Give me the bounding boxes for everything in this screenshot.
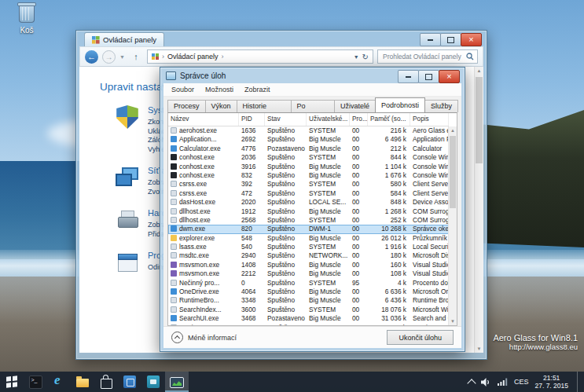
location-icon bbox=[152, 53, 159, 60]
column-header[interactable]: Pro... bbox=[350, 113, 368, 126]
process-row[interactable]: dllhost.exe1912SpuštěnoBig Muscle001 268… bbox=[168, 207, 449, 216]
up-button[interactable]: ↑ bbox=[129, 50, 143, 64]
column-header[interactable]: Název bbox=[168, 113, 239, 126]
scroll-up-icon[interactable]: ▲ bbox=[449, 126, 457, 134]
process-row[interactable]: dllhost.exe2568SpuštěnoSYSTEM00252 kCOM … bbox=[168, 216, 449, 225]
cell-cpu: 00 bbox=[350, 153, 368, 162]
tray-date: 27. 7. 2015 bbox=[534, 382, 568, 390]
menu-item[interactable]: Možnosti bbox=[200, 86, 239, 93]
cp-scrollbar[interactable]: ▲ ▼ bbox=[474, 67, 483, 353]
menu-item[interactable]: Zobrazit bbox=[239, 86, 276, 93]
column-header[interactable]: Popis bbox=[410, 113, 449, 126]
tab[interactable]: Uživatelé bbox=[334, 100, 376, 112]
recycle-bin[interactable]: Koš bbox=[9, 5, 44, 35]
search-box[interactable] bbox=[377, 49, 478, 64]
tab[interactable]: Podrobnosti bbox=[375, 97, 425, 112]
cell-pid: 548 bbox=[239, 234, 265, 243]
network-icon[interactable] bbox=[498, 378, 508, 386]
tab[interactable]: Po spuštění bbox=[291, 100, 335, 112]
process-icon bbox=[171, 181, 177, 187]
cell-user: SYSTEM bbox=[307, 153, 350, 162]
cell-description: Procento doby ne... bbox=[410, 279, 449, 288]
tm-maximize-button[interactable] bbox=[418, 70, 439, 83]
process-row[interactable]: Application...2692SpuštěnoBig Muscle006 … bbox=[168, 135, 449, 144]
process-row[interactable]: Nečinný pro...0SpuštěnoSYSTEM954 kProcen… bbox=[168, 279, 449, 288]
clock[interactable]: 21:51 27. 7. 2015 bbox=[534, 374, 568, 390]
process-row[interactable]: msvsmon.exe1408SpuštěnoBig Muscle00160 k… bbox=[168, 261, 449, 269]
process-row[interactable]: services.exe576SpuštěnoSYSTEM003 136 kSe… bbox=[168, 324, 449, 325]
process-icon bbox=[171, 306, 177, 313]
scroll-up-icon[interactable]: ▲ bbox=[475, 67, 483, 75]
end-task-button[interactable]: Ukončit úlohu bbox=[387, 330, 454, 345]
store-icon[interactable] bbox=[94, 372, 118, 392]
breadcrumb[interactable]: Ovládací panely bbox=[167, 53, 219, 60]
address-dropdown-icon[interactable]: ▼ bbox=[354, 54, 359, 60]
tm-close-button[interactable]: × bbox=[439, 70, 460, 83]
tm-minimize-button[interactable] bbox=[398, 70, 419, 83]
address-bar[interactable]: › Ovládací panely › ▼ ↻ bbox=[147, 49, 373, 64]
start-button[interactable] bbox=[0, 372, 24, 392]
tab[interactable]: Historie aplikací bbox=[237, 100, 292, 112]
cell-status: Spuštěno bbox=[265, 234, 307, 243]
store-icon-glyph bbox=[101, 379, 112, 389]
process-row[interactable]: msdtc.exe2940SpuštěnoNETWORK...00180 kMi… bbox=[168, 251, 449, 260]
process-row[interactable]: msvsmon.exe2212SpuštěnoBig Muscle00108 k… bbox=[168, 269, 449, 278]
process-row[interactable]: Calculator.exe4776PozastavenoBig Muscle0… bbox=[168, 145, 449, 153]
cell-pid: 3916 bbox=[239, 163, 265, 171]
tm-scrollbar[interactable]: ▲ ▼ bbox=[448, 126, 457, 325]
refresh-icon[interactable]: ↻ bbox=[362, 53, 369, 61]
cell-cpu: 00 bbox=[350, 216, 368, 225]
process-row[interactable]: SearchUI.exe3468PozastavenoBig Muscle003… bbox=[168, 314, 449, 323]
file-explorer-icon[interactable] bbox=[71, 372, 94, 392]
column-header[interactable]: Uživatelské... bbox=[307, 113, 350, 126]
process-row[interactable]: csrss.exe392SpuštěnoSYSTEM00580 kClient … bbox=[168, 180, 449, 189]
history-dropdown-icon[interactable]: ▼ bbox=[119, 54, 125, 60]
teal-app-icon[interactable] bbox=[141, 372, 165, 392]
language-indicator[interactable]: CES bbox=[514, 378, 529, 386]
cell-description: Client Server Runti... bbox=[410, 180, 449, 189]
process-row[interactable]: SearchIndex...3600SpuštěnoSYSTEM0018 076… bbox=[168, 306, 449, 314]
process-row[interactable]: csrss.exe472SpuštěnoSYSTEM00584 kClient … bbox=[168, 189, 449, 198]
process-row[interactable]: lsass.exe540SpuštěnoSYSTEM001 916 kLocal… bbox=[168, 243, 449, 251]
process-row[interactable]: aerohost.exe1636SpuštěnoSYSTEM00216 kAer… bbox=[168, 126, 449, 135]
process-row[interactable]: dasHost.exe2020SpuštěnoLOCAL SE...00848 … bbox=[168, 198, 449, 207]
process-row[interactable]: explorer.exe548SpuštěnoBig Muscle0026 01… bbox=[168, 234, 449, 243]
blue-app-icon[interactable] bbox=[118, 372, 141, 392]
cell-memory: 31 036 k bbox=[368, 314, 410, 323]
scroll-down-icon[interactable]: ▼ bbox=[449, 317, 457, 325]
column-header[interactable]: Stav bbox=[265, 113, 307, 126]
process-row[interactable]: conhost.exe832SpuštěnoBig Muscle001 676 … bbox=[168, 171, 449, 180]
process-row[interactable]: RuntimeBro...3348SpuštěnoBig Muscle006 4… bbox=[168, 296, 449, 305]
fewer-details-toggle[interactable]: Méně informací bbox=[171, 332, 237, 343]
tab[interactable]: Služby bbox=[424, 100, 458, 112]
show-desktop-strip[interactable] bbox=[577, 372, 582, 392]
process-row[interactable]: conhost.exe2036SpuštěnoSYSTEM00844 kCons… bbox=[168, 153, 449, 162]
cp-minimize-button[interactable] bbox=[420, 33, 441, 46]
process-row[interactable]: dwm.exe820SpuštěnoDWM-10010 268 kSprávce… bbox=[168, 225, 449, 233]
tray-expand-chevron-icon[interactable] bbox=[467, 379, 476, 387]
scroll-down-icon[interactable]: ▼ bbox=[475, 345, 483, 353]
internet-explorer-icon[interactable] bbox=[47, 372, 71, 392]
task-manager-icon[interactable] bbox=[165, 372, 189, 392]
process-icon bbox=[171, 315, 177, 321]
column-header[interactable]: PID bbox=[239, 113, 265, 126]
process-row[interactable]: OneDrive.exe4064SpuštěnoBig Muscle006 63… bbox=[168, 288, 449, 296]
tm-titlebar[interactable]: Správce úloh × bbox=[160, 68, 465, 83]
search-icon bbox=[466, 53, 474, 60]
tab[interactable]: Procesy bbox=[167, 100, 206, 112]
cp-close-button[interactable]: × bbox=[461, 33, 482, 46]
menu-item[interactable]: Soubor bbox=[166, 86, 200, 93]
forward-button[interactable]: → bbox=[102, 50, 116, 64]
back-button[interactable]: ← bbox=[85, 50, 98, 64]
terminal-app-icon[interactable] bbox=[24, 372, 47, 392]
column-header[interactable]: Paměť (so... bbox=[368, 113, 410, 126]
cp-titlebar[interactable]: Ovládací panely × bbox=[76, 31, 487, 46]
tab[interactable]: Výkon bbox=[205, 100, 237, 112]
cp-maximize-button[interactable] bbox=[440, 33, 461, 46]
scrollbar-thumb[interactable] bbox=[450, 136, 456, 208]
volume-icon[interactable] bbox=[481, 378, 491, 387]
process-row[interactable]: conhost.exe3916SpuštěnoBig Muscle001 104… bbox=[168, 163, 449, 171]
search-input[interactable] bbox=[381, 52, 464, 61]
cell-user: Big Muscle bbox=[307, 269, 350, 278]
scrollbar-thumb[interactable] bbox=[476, 77, 483, 163]
